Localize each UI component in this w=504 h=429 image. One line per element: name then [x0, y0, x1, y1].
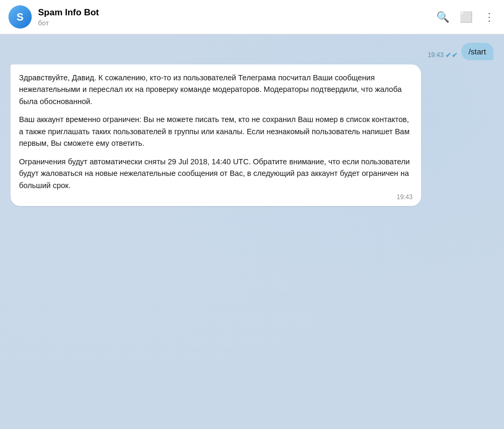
outgoing-meta: 19:43 ✔✔	[428, 51, 458, 59]
screen-icon[interactable]: ⬜	[460, 11, 472, 23]
header-info: Spam Info Bot бот	[38, 7, 436, 26]
checkmarks-icon: ✔✔	[445, 51, 458, 59]
chat-name: Spam Info Bot	[38, 7, 436, 18]
incoming-paragraph-2: Ваш аккаунт временно ограничен: Вы не мо…	[19, 114, 413, 149]
outgoing-time: 19:43	[428, 51, 444, 59]
incoming-paragraph-3: Ограничения будут автоматически сняты 29…	[19, 156, 413, 191]
incoming-message: Здравствуйте, Давид. К сожалению, кто-то…	[11, 64, 421, 206]
outgoing-text: /start	[469, 47, 486, 56]
app-container: S Spam Info Bot бот 🔍 ⬜ ⋮ 19:43 ✔✔ /star…	[0, 0, 504, 429]
incoming-bubble: Здравствуйте, Давид. К сожалению, кто-то…	[11, 64, 421, 206]
outgoing-bubble: /start	[461, 43, 493, 60]
chat-area: 19:43 ✔✔ /start Здравствуйте, Давид. К с…	[0, 34, 504, 429]
incoming-meta: 19:43	[19, 193, 413, 201]
search-icon[interactable]: 🔍	[436, 11, 449, 23]
more-options-icon[interactable]: ⋮	[483, 11, 496, 23]
chat-subtitle: бот	[38, 19, 436, 27]
incoming-time: 19:43	[397, 193, 413, 201]
outgoing-message: 19:43 ✔✔ /start	[428, 43, 493, 60]
incoming-text: Здравствуйте, Давид. К сожалению, кто-то…	[19, 72, 413, 191]
incoming-paragraph-1: Здравствуйте, Давид. К сожалению, кто-то…	[19, 72, 413, 107]
chat-header: S Spam Info Bot бот 🔍 ⬜ ⋮	[0, 0, 504, 34]
avatar: S	[8, 5, 32, 29]
header-actions: 🔍 ⬜ ⋮	[436, 11, 496, 23]
